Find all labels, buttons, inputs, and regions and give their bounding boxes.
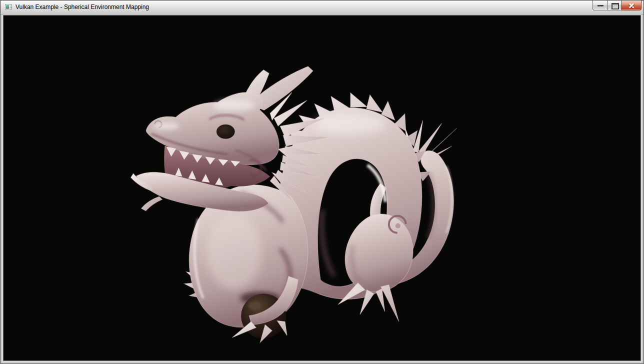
close-button[interactable] <box>622 0 642 10</box>
application-window: Vulkan Example - Spherical Environment M… <box>0 0 644 364</box>
window-title: Vulkan Example - Spherical Environment M… <box>16 4 149 10</box>
minimize-icon <box>598 5 604 6</box>
dragon-eye <box>216 124 234 138</box>
rendered-dragon-model <box>4 16 640 360</box>
maximize-icon <box>612 3 619 10</box>
vulkan-app-icon[interactable] <box>4 3 12 11</box>
minimize-button[interactable] <box>592 0 608 10</box>
close-icon <box>628 2 635 8</box>
window-controls <box>592 0 642 10</box>
render-viewport[interactable] <box>3 15 641 361</box>
titlebar[interactable]: Vulkan Example - Spherical Environment M… <box>0 0 644 14</box>
maximize-button[interactable] <box>608 0 622 10</box>
